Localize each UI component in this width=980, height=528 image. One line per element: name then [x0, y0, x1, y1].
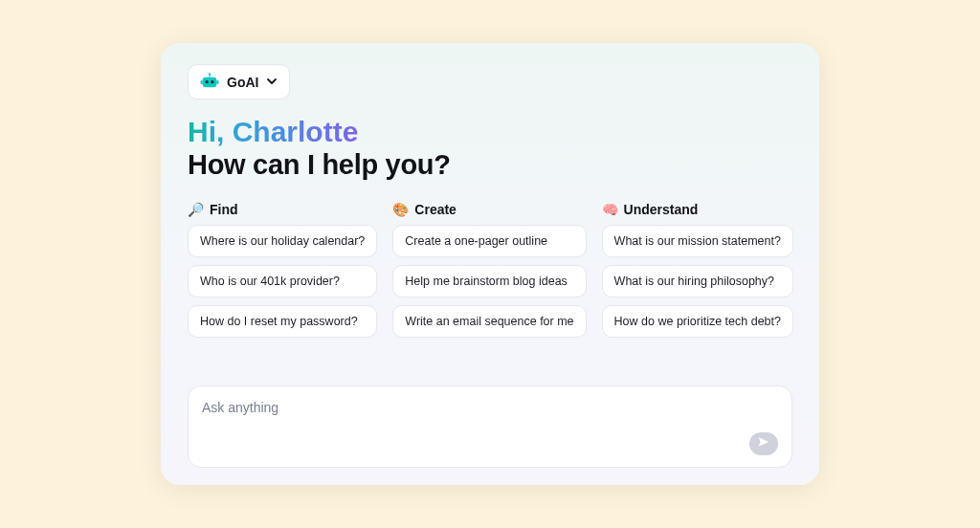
model-selector[interactable]: GoAI: [188, 64, 290, 99]
send-button[interactable]: [749, 432, 778, 455]
suggestion-chip[interactable]: Help me brainstorm blog ideas: [392, 265, 586, 297]
suggestion-columns: 🔎 Find Where is our holiday calendar? Wh…: [188, 202, 792, 345]
suggestion-chip[interactable]: How do we prioritize tech debt?: [602, 305, 793, 338]
suggestion-chip[interactable]: How do I reset my password?: [188, 305, 377, 338]
column-title: Create: [414, 202, 457, 217]
greeting-name: Charlotte: [233, 116, 359, 147]
svg-rect-1: [209, 74, 210, 77]
find-icon: 🔎: [188, 202, 204, 217]
column-find: 🔎 Find Where is our holiday calendar? Wh…: [188, 202, 377, 345]
chevron-down-icon: [266, 75, 278, 90]
column-understand: 🧠 Understand What is our mission stateme…: [602, 202, 793, 345]
chat-card: GoAI Hi, Charlotte How can I help you? 🔎…: [161, 43, 819, 485]
svg-point-3: [206, 80, 209, 83]
svg-rect-2: [203, 77, 217, 88]
suggestion-chip[interactable]: Write an email sequence for me: [392, 305, 586, 338]
chat-input-box: [188, 385, 792, 468]
greeting: Hi, Charlotte How can I help you?: [188, 117, 792, 181]
suggestion-chip[interactable]: What is our mission statement?: [602, 225, 793, 257]
svg-rect-6: [216, 80, 218, 84]
svg-point-4: [211, 80, 213, 83]
suggestion-chip[interactable]: Who is our 401k provider?: [188, 265, 377, 297]
greeting-sub: How can I help you?: [188, 149, 792, 181]
robot-icon: [200, 72, 219, 92]
send-icon: [757, 435, 770, 452]
model-name: GoAI: [227, 75, 258, 90]
svg-rect-5: [201, 80, 203, 84]
column-title: Understand: [624, 202, 699, 217]
greeting-hi: Hi,: [188, 116, 224, 147]
suggestion-chip[interactable]: What is our hiring philosophy?: [602, 265, 793, 297]
column-create: 🎨 Create Create a one-pager outline Help…: [392, 202, 586, 345]
chat-input[interactable]: [202, 400, 778, 415]
suggestion-chip[interactable]: Create a one-pager outline: [392, 225, 586, 257]
understand-icon: 🧠: [602, 202, 618, 217]
create-icon: 🎨: [392, 202, 409, 217]
suggestion-chip[interactable]: Where is our holiday calendar?: [188, 225, 377, 257]
column-title: Find: [210, 202, 238, 217]
